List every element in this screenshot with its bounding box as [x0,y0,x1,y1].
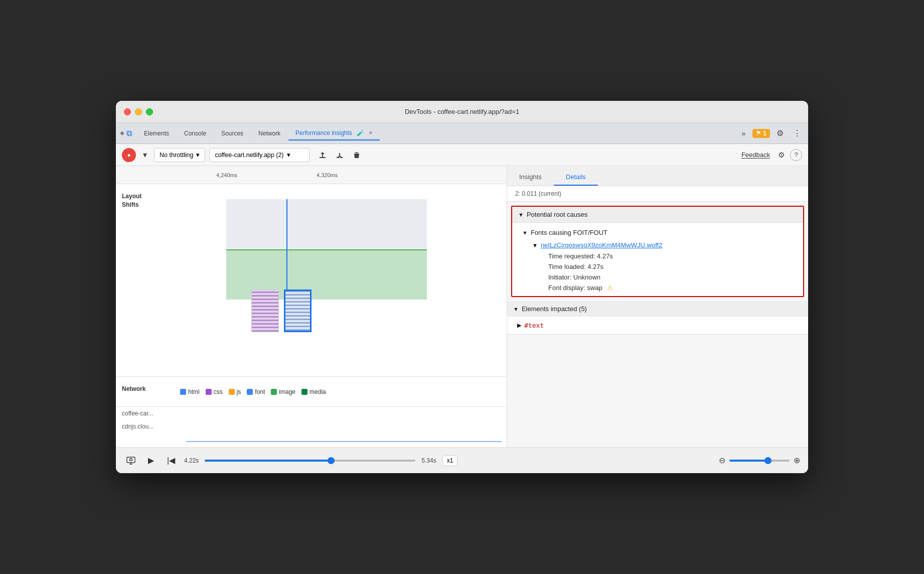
toolbar: ● ▾ No throttling ▾ coffee-cart.netlify.… [116,144,808,166]
legend-dot-image [271,389,277,395]
legend-image: image [271,388,295,395]
screen-capture-icon[interactable] [124,454,138,468]
toolbar-actions [316,148,364,162]
bottom-bar: ▶ |◀ 4.22s 5.34s x1 ⊖ ⊕ [116,447,808,473]
playback-slider-fill [205,460,331,462]
layout-shifts-row: Layout Shifts [116,184,507,377]
tab-details[interactable]: Details [554,169,598,186]
tab-bar-right: » ⚑ 1 ⚙ ⋮ [738,126,804,140]
minimize-button[interactable] [135,108,142,115]
zoom-controls: ⊖ ⊕ [719,456,800,465]
tab-performance-insights[interactable]: Performance insights 🧪 × [288,126,379,140]
right-content: 2: 0.011 (current) ▼ Potential root caus… [507,186,808,447]
notification-badge[interactable]: ⚑ 1 [752,129,770,138]
time-start-label: 4.22s [184,457,199,464]
zoom-slider-thumb[interactable] [764,457,772,464]
fonts-arrow: ▼ [522,230,528,236]
right-panel-tabs: Insights Details [507,166,808,186]
record-button[interactable]: ● [122,148,136,162]
download-icon[interactable] [333,148,347,162]
network-items-row: coffee-car... cdnjs.clou... [116,407,507,447]
network-row: Network html css js [116,377,507,407]
zoom-in-icon[interactable]: ⊕ [794,456,800,465]
content-area: 4,240ms 4,320ms Layout Shifts [116,166,808,447]
network-items-labels: coffee-car... cdnjs.clou... [116,407,176,447]
tab-close-icon[interactable]: × [369,129,373,136]
url-dropdown[interactable]: coffee-cart.netlify.app (2) ▾ [209,148,310,162]
layout-shifts-track [176,184,507,376]
record-dropdown[interactable]: ▾ [140,148,150,162]
zoom-slider[interactable] [729,460,790,462]
close-button[interactable] [124,108,131,115]
more-tabs-button[interactable]: » [738,127,750,139]
devtools-tabs-bar: ⌖ ⧉ Elements Console Sources Network Per… [116,123,808,144]
playback-slider-thumb[interactable] [328,457,335,464]
settings-gear-icon[interactable]: ⚙ [773,126,787,140]
traffic-lights [124,108,153,115]
fonts-subsection: ▼ Fonts causing FOIT/FOUT ▼ neILzCirqosw… [512,223,803,296]
warning-icon: ⚠ [607,284,613,292]
title-bar: DevTools - coffee-cart.netlify.app/?ad=1 [116,101,808,123]
initiator-row: Initiator: Unknown [532,272,793,282]
playback-slider[interactable] [205,460,415,462]
font-link[interactable]: neILzCirqoswsqX9zoKmM4MwWJU.woff2 [541,241,663,249]
time-marker-2: 4,320ms [317,172,338,178]
tab-network[interactable]: Network [251,127,287,140]
legend-font: font [247,388,265,395]
elements-impacted-list: ▶ #text [507,317,808,334]
network-row-label: Network [116,377,176,406]
thumbnail-2 [284,290,312,332]
legend-dot-media [301,389,307,395]
window-title: DevTools - coffee-cart.netlify.app/?ad=1 [405,108,519,115]
timeline-header: 4,240ms 4,320ms [116,166,507,184]
play-button[interactable]: ▶ [144,454,158,468]
legend-dot-js [229,389,235,395]
speed-selector[interactable]: x1 [442,455,458,466]
text-element-label[interactable]: #text [524,322,544,329]
maximize-button[interactable] [146,108,153,115]
right-panel: Insights Details 2: 0.011 (current) ▼ Po… [507,166,808,447]
time-marker-1: 4,240ms [216,172,237,178]
tab-console[interactable]: Console [177,127,213,140]
svg-point-1 [130,458,132,461]
settings-icon[interactable]: ⚙ [774,148,788,162]
arrow-icon: ▼ [518,212,524,218]
tab-elements[interactable]: Elements [137,127,176,140]
font-link-arrow: ▼ [532,242,538,248]
zoom-out-icon[interactable]: ⊖ [719,456,725,465]
thumbnail-1 [251,290,279,332]
delete-icon[interactable] [350,148,364,162]
network-legend: html css js font [176,377,507,406]
elements-impacted-section: ▼ Elements impacted (5) ▶ #text [507,301,808,335]
legend-media: media [301,388,326,395]
help-icon[interactable]: ? [790,149,802,161]
time-end-label: 5.34s [421,457,436,464]
upload-icon[interactable] [316,148,330,162]
legend-dot-css [206,389,212,395]
legend-dot-font [247,389,253,395]
legend-html: html [180,388,200,395]
font-link-row: ▼ neILzCirqoswsqX9zoKmM4MwWJU.woff2 [532,239,793,251]
fonts-subsection-header[interactable]: ▼ Fonts causing FOIT/FOUT [522,226,793,239]
left-panel: 4,240ms 4,320ms Layout Shifts [116,166,507,447]
skip-back-button[interactable]: |◀ [164,454,178,468]
network-bar-bottom [186,441,502,442]
elements-impacted-header[interactable]: ▼ Elements impacted (5) [507,301,808,317]
font-details: ▼ neILzCirqoswsqX9zoKmM4MwWJU.woff2 Time… [522,239,793,293]
svg-rect-0 [127,457,135,463]
elements-arrow: ▼ [513,306,519,312]
network-items-track [176,407,507,447]
device-icon[interactable]: ⧉ [126,129,132,138]
throttle-dropdown[interactable]: No throttling ▾ [154,148,205,162]
feedback-link[interactable]: Feedback [741,151,770,159]
time-loaded-row: Time loaded: 4.27s [532,261,793,272]
time-requested-row: Time requested: 4.27s [532,251,793,261]
more-options-icon[interactable]: ⋮ [790,126,804,140]
cursor-icon[interactable]: ⌖ [120,129,124,138]
potential-root-causes-header[interactable]: ▼ Potential root causes [512,207,803,223]
tab-insights[interactable]: Insights [507,169,554,186]
font-display-row: Font display: swap ⚠ [532,282,793,293]
layout-shifts-label: Layout Shifts [116,184,176,376]
toolbar-right-icons: ⚙ ? [774,148,802,162]
tab-sources[interactable]: Sources [214,127,250,140]
